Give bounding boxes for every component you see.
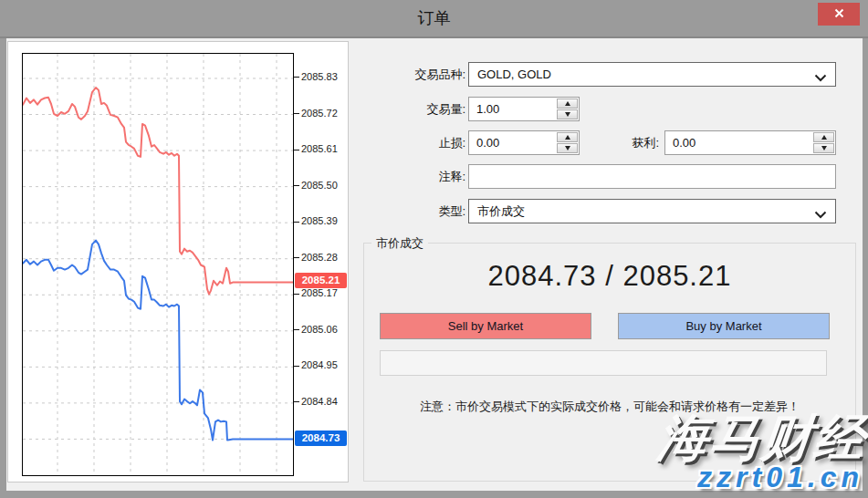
ask-price-tag: 2085.21 bbox=[295, 273, 347, 288]
type-value: 市价成交 bbox=[477, 203, 525, 220]
y-axis-tick bbox=[294, 222, 299, 223]
comment-label: 注释: bbox=[365, 164, 465, 189]
y-axis-tick bbox=[294, 77, 299, 78]
buy-by-market-button[interactable]: Buy by Market bbox=[618, 313, 830, 339]
y-axis-tick bbox=[294, 113, 299, 114]
price-chart-svg bbox=[23, 54, 293, 475]
arrow-down-icon bbox=[821, 146, 827, 150]
y-axis-tick bbox=[294, 329, 299, 330]
watermark-site: zzrt01.cn bbox=[697, 461, 863, 494]
y-axis-tick-label: 2084.84 bbox=[301, 396, 338, 407]
bid-price-tag: 2084.73 bbox=[295, 431, 347, 446]
y-axis-tick bbox=[294, 294, 299, 295]
chart-plot bbox=[22, 53, 294, 476]
volume-spin-down-button[interactable] bbox=[557, 109, 578, 119]
y-axis-tick-label: 2084.95 bbox=[301, 359, 338, 370]
arrow-down-icon bbox=[565, 112, 570, 117]
type-label: 类型: bbox=[365, 199, 465, 223]
take-profit-field bbox=[664, 130, 836, 155]
quote-text: 2084.73 / 2085.21 bbox=[364, 260, 855, 293]
y-axis-tick-label: 2085.06 bbox=[301, 324, 338, 335]
y-axis-tick-label: 2085.61 bbox=[301, 143, 338, 154]
stop-loss-label: 止损: bbox=[365, 130, 465, 155]
volume-field bbox=[468, 97, 580, 121]
y-axis-tick bbox=[294, 366, 299, 367]
volume-label: 交易量: bbox=[365, 97, 465, 121]
take-profit-spinner bbox=[813, 132, 834, 153]
y-axis-tick bbox=[294, 150, 299, 150]
take-profit-spin-down-button[interactable] bbox=[813, 143, 834, 153]
volume-spinner bbox=[557, 99, 578, 119]
bid-line bbox=[23, 241, 293, 441]
ask-line bbox=[23, 88, 293, 295]
y-axis-tick-label: 2085.28 bbox=[301, 252, 338, 263]
buy-button-label: Buy by Market bbox=[685, 319, 761, 333]
y-axis-tick bbox=[294, 185, 299, 186]
chart-panel: 2085.832085.722085.612085.502085.392085.… bbox=[7, 41, 349, 482]
symbol-combobox[interactable]: GOLD, GOLD bbox=[468, 62, 836, 87]
y-axis-tick bbox=[294, 257, 299, 258]
y-axis-tick-label: 2085.17 bbox=[301, 287, 338, 298]
y-axis-tick-label: 2085.72 bbox=[301, 108, 338, 119]
arrow-up-icon bbox=[565, 101, 570, 106]
group-title: 市价成交 bbox=[371, 235, 428, 252]
close-icon bbox=[833, 6, 845, 23]
arrow-up-icon bbox=[821, 135, 827, 140]
y-axis-tick-label: 2085.83 bbox=[301, 71, 338, 82]
volume-input[interactable] bbox=[469, 98, 561, 120]
sell-button-label: Sell by Market bbox=[448, 319, 523, 333]
sell-by-market-button[interactable]: Sell by Market bbox=[380, 313, 591, 339]
y-axis-tick-label: 2085.50 bbox=[301, 180, 338, 191]
y-axis-tick bbox=[294, 401, 299, 402]
window-title: 订单 bbox=[0, 0, 868, 36]
execution-status-field bbox=[380, 350, 827, 376]
volume-spin-up-button[interactable] bbox=[557, 99, 578, 109]
symbol-value: GOLD, GOLD bbox=[477, 67, 551, 81]
comment-input[interactable] bbox=[468, 164, 836, 189]
take-profit-input[interactable] bbox=[665, 131, 818, 154]
stop-loss-input[interactable] bbox=[469, 131, 561, 154]
chevron-down-icon bbox=[814, 71, 827, 85]
titlebar: 订单 bbox=[0, 0, 868, 38]
close-button[interactable] bbox=[818, 3, 860, 26]
take-profit-spin-up-button[interactable] bbox=[813, 132, 834, 142]
type-combobox[interactable]: 市价成交 bbox=[468, 199, 836, 223]
symbol-label: 交易品种: bbox=[365, 62, 465, 87]
y-axis-tick-label: 2085.39 bbox=[301, 215, 338, 226]
stop-loss-field bbox=[468, 130, 580, 155]
take-profit-label: 获利: bbox=[568, 130, 659, 155]
chevron-down-icon bbox=[814, 208, 827, 222]
